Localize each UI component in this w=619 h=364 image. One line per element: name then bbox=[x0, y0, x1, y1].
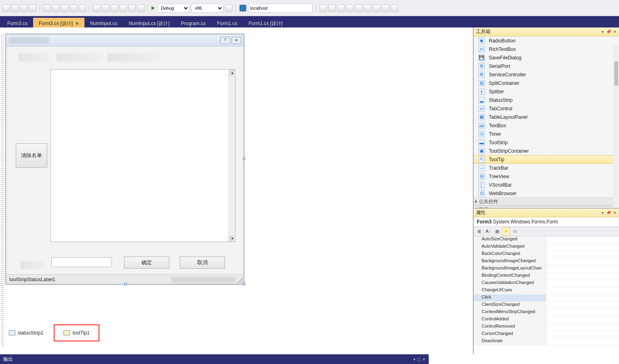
text-input[interactable] bbox=[51, 257, 112, 267]
toolbox-item-toolstrip[interactable]: ▬ToolStrip bbox=[474, 138, 619, 147]
close-button[interactable]: ✕ bbox=[232, 37, 241, 44]
property-row[interactable]: BackColorChanged bbox=[474, 251, 619, 258]
toolbar-button[interactable] bbox=[102, 4, 109, 12]
property-value[interactable] bbox=[546, 316, 619, 323]
pin-icon[interactable]: 📌 bbox=[606, 29, 611, 34]
toolbox-item-splitter[interactable]: ┼Splitter bbox=[474, 87, 619, 96]
property-row[interactable]: Click bbox=[474, 295, 619, 302]
property-object-selector[interactable]: Form3 System.Windows.Forms.Form bbox=[474, 217, 619, 227]
toolbar-button[interactable] bbox=[2, 4, 10, 12]
document-tab[interactable]: NumInput.cs [设计] bbox=[123, 18, 175, 27]
toolbar-button[interactable] bbox=[128, 4, 136, 12]
form-window[interactable]: ? ✕ ▲ ▼ 清除名单 确定 取消 toolStripStatusLabel bbox=[6, 34, 244, 284]
property-value[interactable] bbox=[546, 331, 619, 338]
document-tab[interactable]: Form3.cs [设计]✕ bbox=[33, 18, 84, 27]
document-tab[interactable]: Form1.cs [设计] bbox=[243, 18, 288, 27]
size-grip-icon[interactable] bbox=[237, 278, 243, 283]
toolbar-button[interactable] bbox=[364, 4, 371, 12]
close-icon[interactable]: ✕ bbox=[75, 21, 79, 26]
alphabetical-icon[interactable]: A↓ bbox=[484, 227, 492, 236]
designer-surface[interactable]: ? ✕ ▲ ▼ 清除名单 确定 取消 toolStripStatusLabel bbox=[0, 27, 473, 354]
property-row[interactable]: ChangeUICues bbox=[474, 287, 619, 295]
toolbox-item-webbrowser[interactable]: ⊡WebBrowser bbox=[474, 189, 619, 198]
toolbox-item-treeview[interactable]: ⊟TreeView bbox=[474, 172, 619, 181]
tray-statusstrip[interactable]: statusStrip1 bbox=[5, 328, 47, 338]
property-row[interactable]: AutoValidateChanged bbox=[474, 244, 619, 251]
property-value[interactable] bbox=[546, 287, 619, 294]
toolbar-button[interactable] bbox=[61, 4, 68, 12]
toolbar-button[interactable] bbox=[111, 4, 118, 12]
property-grid[interactable]: AutoSizeChangedAutoValidateChangedBackCo… bbox=[474, 236, 619, 354]
toolbar-button[interactable] bbox=[320, 4, 327, 12]
toolbox-list[interactable]: ◉RadioButton▭RichTextBox💾SaveFileDialog⧉… bbox=[474, 36, 619, 208]
tray-tooltip[interactable]: toolTip1 bbox=[54, 324, 99, 341]
property-row[interactable]: ControlRemoved bbox=[474, 324, 619, 331]
toolbox-item-tabcontrol[interactable]: ▭TabControl bbox=[474, 104, 619, 113]
property-value[interactable] bbox=[546, 338, 619, 345]
toolbar-button[interactable] bbox=[29, 4, 36, 12]
toolbox-item-statusstrip[interactable]: ▂StatusStrip bbox=[474, 96, 619, 104]
toolbar-button[interactable] bbox=[137, 4, 145, 12]
close-icon[interactable]: ✕ bbox=[422, 357, 425, 362]
toolbar-button[interactable] bbox=[52, 4, 59, 12]
document-tab[interactable]: Form1.cs bbox=[211, 18, 243, 27]
document-tab[interactable]: Form3.cs bbox=[2, 18, 33, 27]
categorized-icon[interactable]: ⊞ bbox=[475, 227, 483, 236]
property-row[interactable]: ClientSizeChanged bbox=[474, 302, 619, 309]
list-box[interactable]: ▲ ▼ bbox=[51, 69, 236, 242]
property-row[interactable]: Deactivate bbox=[474, 338, 619, 345]
toolbox-item-servicecontroller[interactable]: ⚙ServiceController bbox=[474, 70, 619, 79]
toolbox-scrollbar[interactable] bbox=[613, 45, 619, 208]
toolbar-button[interactable] bbox=[93, 4, 100, 12]
property-row[interactable]: BackgroundImageLayoutChan bbox=[474, 265, 619, 273]
toolbox-item-tooltip[interactable]: ↖ToolTip bbox=[474, 155, 619, 164]
toolbox-group[interactable]: 公共控件 bbox=[474, 198, 619, 206]
property-value[interactable] bbox=[546, 251, 619, 258]
dropdown-icon[interactable]: ▾ bbox=[602, 29, 604, 34]
property-value[interactable] bbox=[546, 302, 619, 309]
toolbox-item-trackbar[interactable]: ─TrackBar bbox=[474, 164, 619, 172]
property-value[interactable] bbox=[546, 265, 619, 272]
property-pages-icon[interactable]: ▭ bbox=[511, 227, 519, 236]
toolbar-button[interactable] bbox=[11, 4, 19, 12]
pin-icon[interactable]: 📌 bbox=[606, 210, 611, 215]
toolbar-button[interactable] bbox=[346, 4, 354, 12]
document-tab[interactable]: NumInput.cs bbox=[84, 18, 123, 27]
property-row[interactable]: ControlAdded bbox=[474, 316, 619, 324]
toolbar-button[interactable] bbox=[391, 4, 398, 12]
close-icon[interactable]: ✕ bbox=[613, 29, 617, 34]
toolbox-item-serialport[interactable]: ⧉SerialPort bbox=[474, 62, 619, 70]
toolbox-item-radiobutton[interactable]: ◉RadioButton bbox=[474, 36, 619, 45]
toolbar-button[interactable] bbox=[43, 4, 51, 12]
resize-handle[interactable] bbox=[243, 158, 245, 160]
toolbox-item-tablelayoutpanel[interactable]: ▦TableLayoutPanel bbox=[474, 113, 619, 121]
toolbox-item-timer[interactable]: ◷Timer bbox=[474, 130, 619, 138]
dropdown-icon[interactable]: ▾ bbox=[602, 210, 604, 215]
property-value[interactable] bbox=[546, 258, 619, 265]
property-value[interactable] bbox=[546, 295, 619, 301]
property-value[interactable] bbox=[546, 273, 619, 280]
toolbox-group[interactable]: 容器 bbox=[474, 206, 619, 208]
property-value[interactable] bbox=[546, 309, 619, 316]
ok-button[interactable]: 确定 bbox=[124, 257, 169, 269]
toolbar-button[interactable] bbox=[225, 4, 232, 12]
toolbar-button[interactable] bbox=[79, 4, 86, 12]
property-value[interactable] bbox=[546, 236, 619, 243]
resize-handle[interactable] bbox=[124, 283, 127, 285]
toolbox-item-textbox[interactable]: abTextBox bbox=[474, 121, 619, 130]
document-tab[interactable]: Program.cs bbox=[175, 18, 211, 27]
cancel-button[interactable]: 取消 bbox=[180, 257, 225, 269]
property-row[interactable]: AutoSizeChanged bbox=[474, 236, 619, 244]
toolbar-button[interactable] bbox=[70, 4, 77, 12]
resize-handle[interactable] bbox=[243, 283, 245, 285]
start-debug-icon[interactable] bbox=[152, 6, 156, 10]
toolbar-button[interactable] bbox=[373, 4, 380, 12]
scroll-down-icon[interactable]: ▼ bbox=[229, 235, 236, 242]
toolbar-button[interactable] bbox=[328, 4, 336, 12]
toolbar-button[interactable] bbox=[382, 4, 389, 12]
property-row[interactable]: BindingContextChanged bbox=[474, 273, 619, 280]
property-value[interactable] bbox=[546, 244, 619, 250]
property-row[interactable]: ContextMenuStripChanged bbox=[474, 309, 619, 316]
toolbar-button[interactable] bbox=[20, 4, 27, 12]
toolbox-item-toolstripcontainer[interactable]: ▣ToolStripContainer bbox=[474, 147, 619, 155]
